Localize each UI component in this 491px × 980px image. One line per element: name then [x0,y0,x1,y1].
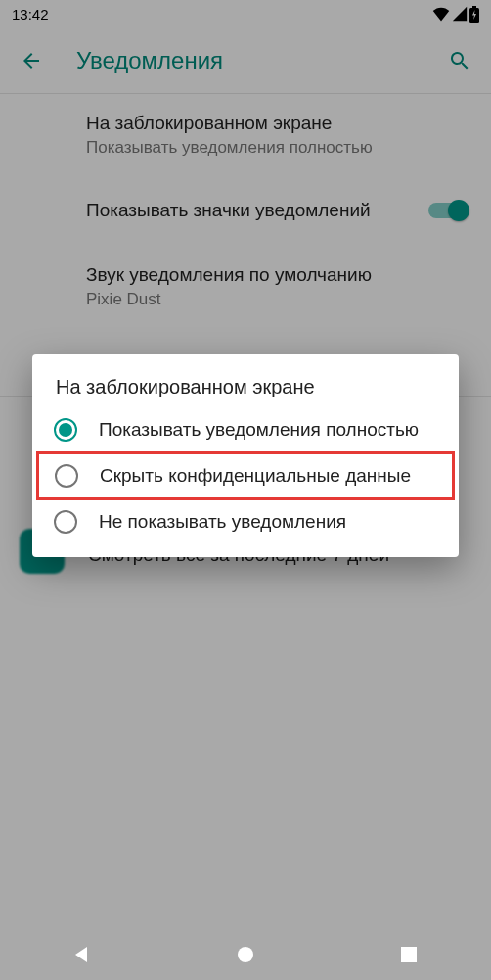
radio-label: Не показывать уведомления [99,510,346,534]
lockscreen-dialog: На заблокированном экране Показывать уве… [32,354,459,557]
nav-back-button[interactable] [70,943,94,966]
svg-rect-3 [401,947,417,962]
navigation-bar [0,929,491,980]
radio-option-hide-sensitive[interactable]: Скрыть конфиденциальные данные [36,451,455,500]
svg-point-2 [238,947,253,962]
dialog-title: На заблокированном экране [32,376,459,408]
radio-icon [54,418,77,442]
radio-option-dont-show[interactable]: Не показывать уведомления [32,500,459,543]
radio-icon [54,510,77,534]
nav-recents-button[interactable] [397,943,421,966]
radio-label: Показывать уведомления полностью [99,418,419,442]
circle-home-icon [236,945,255,964]
nav-home-button[interactable] [234,943,257,966]
radio-label: Скрыть конфиденциальные данные [100,464,411,488]
triangle-back-icon [72,945,92,964]
square-recents-icon [400,946,418,963]
radio-option-show-all[interactable]: Показывать уведомления полностью [32,408,459,451]
radio-icon [55,464,78,488]
